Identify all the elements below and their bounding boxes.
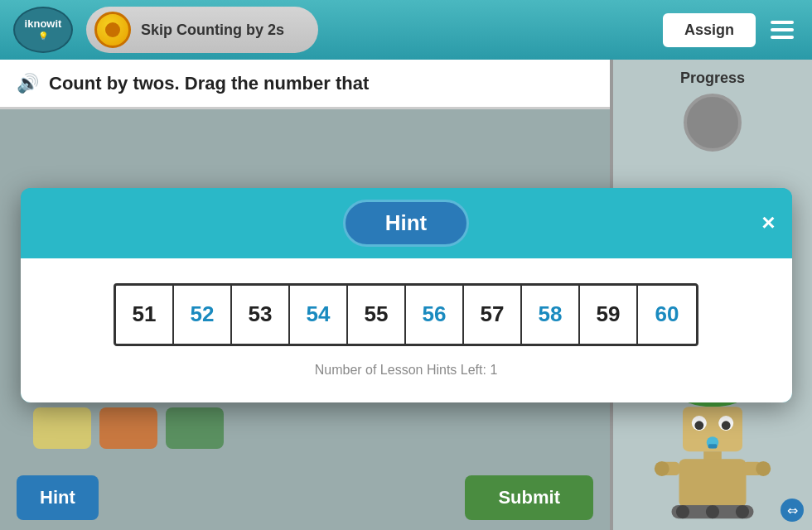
menu-line-2 — [771, 28, 794, 31]
modal-body: 51525354555657585960 Number of Lesson Hi… — [21, 258, 792, 402]
menu-line-1 — [771, 21, 794, 24]
logo: iknowit 💡 — [13, 7, 73, 53]
number-cell-52: 52 — [174, 286, 232, 344]
number-cell-60: 60 — [638, 286, 696, 344]
modal-title: Hint — [343, 200, 470, 247]
lesson-title: Skip Counting by 2s — [141, 22, 284, 39]
hint-modal: Hint × 51525354555657585960 Number of Le… — [21, 188, 792, 402]
number-cell-58: 58 — [522, 286, 580, 344]
menu-line-3 — [771, 36, 794, 39]
hints-left-text: Number of Lesson Hints Left: 1 — [315, 363, 498, 378]
coin-inner — [105, 22, 120, 37]
number-sequence: 51525354555657585960 — [114, 283, 698, 346]
main-area: 🔊 Count by twos. Drag the number that Hi… — [0, 60, 812, 530]
number-cell-51: 51 — [116, 286, 174, 344]
assign-button[interactable]: Assign — [663, 13, 756, 47]
modal-header: Hint × — [21, 188, 792, 258]
modal-close-button[interactable]: × — [761, 211, 775, 234]
header-right: Assign — [663, 13, 799, 47]
number-cell-56: 56 — [406, 286, 464, 344]
number-cell-53: 53 — [232, 286, 290, 344]
number-cell-57: 57 — [464, 286, 522, 344]
logo-text: iknowit 💡 — [25, 18, 62, 42]
coin-icon — [94, 12, 131, 48]
number-cell-54: 54 — [290, 286, 348, 344]
menu-button[interactable] — [766, 16, 799, 44]
hint-modal-overlay: Hint × 51525354555657585960 Number of Le… — [0, 60, 812, 530]
number-cell-59: 59 — [580, 286, 638, 344]
header: iknowit 💡 Skip Counting by 2s Assign — [0, 0, 812, 60]
number-cell-55: 55 — [348, 286, 406, 344]
logo-bulb-icon: 💡 — [38, 31, 48, 41]
lesson-pill: Skip Counting by 2s — [86, 7, 318, 53]
